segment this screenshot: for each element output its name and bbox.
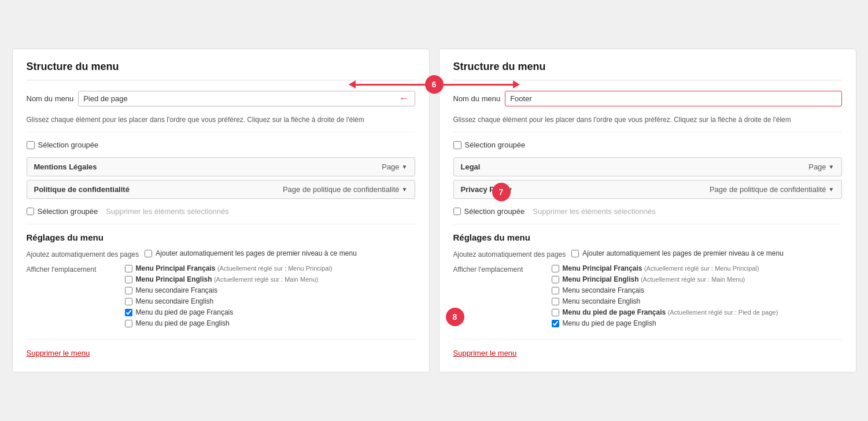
right-menu-item-1-arrow[interactable]: ▼ bbox=[829, 186, 834, 193]
left-loc-1-cb[interactable] bbox=[125, 276, 132, 283]
left-locations-row: Afficher l'emplacement Menu Principal Fr… bbox=[27, 264, 415, 327]
left-supprimer-footer: Supprimer le menu bbox=[27, 339, 415, 358]
right-selection-groupee-bottom-checkbox[interactable] bbox=[453, 208, 461, 215]
left-auto-pages-label: Ajoutez automatiquement des pages bbox=[27, 249, 139, 258]
right-menu-items: Legal Page ▼ Privacy Policy Page de poli… bbox=[453, 157, 842, 199]
left-loc-3-text: Menu secondaire English bbox=[136, 297, 214, 305]
right-menu-item-1-type: Page de politique de confidentialité ▼ bbox=[710, 185, 834, 194]
left-loc-5-text: Menu du pied de page English bbox=[136, 319, 230, 327]
right-menu-item-1: Privacy Policy Page de politique de conf… bbox=[453, 180, 842, 199]
left-loc-5-cb[interactable] bbox=[125, 320, 132, 327]
left-menu-item-0-type: Page ▼ bbox=[382, 163, 407, 171]
left-menu-item-1: Politique de confidentialité Page de pol… bbox=[27, 180, 415, 199]
right-loc-2: Menu secondaire Français bbox=[552, 286, 778, 294]
right-loc-3-text: Menu secondaire English bbox=[563, 297, 641, 305]
left-menu-items: Mentions Légales Page ▼ Politique de con… bbox=[27, 157, 415, 199]
left-loc-0-text: Menu Principal Français (Actuellement ré… bbox=[136, 264, 333, 272]
left-selection-groupee-bottom-label: Sélection groupée bbox=[38, 207, 98, 216]
right-nom-row: Nom du menu bbox=[453, 91, 842, 106]
right-locations-content: Menu Principal Français (Actuellement ré… bbox=[552, 264, 778, 327]
left-panel: Structure du menu Nom du menu ← Glissez … bbox=[12, 49, 430, 372]
left-loc-4-text: Menu du pied de page Français bbox=[136, 308, 234, 316]
right-loc-0: Menu Principal Français (Actuellement ré… bbox=[552, 264, 778, 272]
left-loc-1-text: Menu Principal English (Actuellement rég… bbox=[136, 275, 319, 283]
right-loc-4-cb[interactable] bbox=[552, 309, 559, 316]
right-menu-item-0-type: Page ▼ bbox=[808, 163, 834, 171]
right-auto-pages-content: Ajouter automatiquement les pages de pre… bbox=[571, 249, 784, 257]
left-menu-item-1-type: Page de politique de confidentialité ▼ bbox=[283, 185, 408, 194]
right-loc-3: Menu secondaire English bbox=[552, 297, 778, 305]
left-loc-4-cb[interactable] bbox=[125, 309, 132, 316]
left-menu-item-1-arrow[interactable]: ▼ bbox=[402, 186, 408, 193]
left-description: Glissez chaque élément pour les placer d… bbox=[27, 115, 415, 132]
left-loc-2-cb[interactable] bbox=[125, 287, 132, 294]
right-menu-item-1-name: Privacy Policy bbox=[461, 185, 512, 194]
left-loc-0-cb[interactable] bbox=[125, 265, 132, 272]
left-loc-4: Menu du pied de page Français bbox=[125, 308, 333, 316]
left-nom-label: Nom du menu bbox=[27, 94, 74, 103]
left-panel-title: Structure du menu bbox=[27, 61, 415, 80]
left-selection-groupee-top: Sélection groupée bbox=[27, 141, 415, 149]
right-nom-input[interactable] bbox=[505, 91, 841, 106]
right-loc-3-cb[interactable] bbox=[552, 298, 559, 305]
left-afficher-label: Afficher l'emplacement bbox=[27, 264, 119, 274]
right-selection-groupee-top-checkbox[interactable] bbox=[453, 141, 461, 149]
left-auto-pages-text: Ajouter automatiquement les pages de pre… bbox=[156, 249, 357, 257]
left-auto-pages-checkbox[interactable] bbox=[145, 250, 152, 257]
left-selection-groupee-top-checkbox[interactable] bbox=[27, 141, 35, 149]
right-loc-4-text: Menu du pied de page Français (Actuellem… bbox=[563, 308, 778, 316]
left-nom-row: Nom du menu ← bbox=[27, 91, 415, 106]
right-loc-0-cb[interactable] bbox=[552, 265, 559, 272]
right-panel: Structure du menu Nom du menu Glissez ch… bbox=[439, 49, 856, 372]
left-menu-item-0-arrow[interactable]: ▼ bbox=[402, 164, 408, 170]
right-auto-pages-row: Ajoutez automatiquement des pages Ajoute… bbox=[453, 249, 842, 258]
left-auto-pages-content: Ajouter automatiquement les pages de pre… bbox=[145, 249, 357, 257]
right-locations-row: Afficher l'emplacement Menu Principal Fr… bbox=[453, 264, 842, 327]
left-loc-3-cb[interactable] bbox=[125, 298, 132, 305]
right-loc-5: Menu du pied de page English bbox=[552, 319, 778, 327]
left-auto-pages-row: Ajoutez automatiquement des pages Ajoute… bbox=[27, 249, 415, 258]
right-auto-pages-checkbox-row: Ajouter automatiquement les pages de pre… bbox=[571, 249, 784, 257]
right-loc-0-text: Menu Principal Français (Actuellement ré… bbox=[563, 264, 759, 272]
left-loc-2-text: Menu secondaire Français bbox=[136, 286, 217, 294]
right-auto-pages-label: Ajoutez automatiquement des pages bbox=[453, 249, 566, 258]
right-loc-1-text: Menu Principal English (Actuellement rég… bbox=[563, 275, 745, 283]
left-menu-item-0: Mentions Légales Page ▼ bbox=[27, 157, 415, 176]
main-container: Structure du menu Nom du menu ← Glissez … bbox=[12, 49, 856, 372]
right-nom-label: Nom du menu bbox=[453, 94, 501, 103]
left-bottom-selection-row: Sélection groupée Supprimer les éléments… bbox=[27, 207, 415, 216]
right-loc-2-cb[interactable] bbox=[552, 287, 559, 294]
right-selection-groupee-top: Sélection groupée bbox=[453, 141, 842, 149]
left-supprimer-selected[interactable]: Supprimer les éléments sélectionnés bbox=[106, 207, 228, 216]
right-auto-pages-checkbox[interactable] bbox=[571, 250, 579, 257]
left-arrow-icon: ← bbox=[399, 93, 409, 105]
right-auto-pages-text: Ajouter automatiquement les pages de pre… bbox=[582, 249, 784, 257]
right-panel-title: Structure du menu bbox=[453, 61, 842, 80]
right-loc-5-text: Menu du pied de page English bbox=[563, 319, 656, 327]
right-loc-1: Menu Principal English (Actuellement rég… bbox=[552, 275, 778, 283]
right-selection-groupee-top-label: Sélection groupée bbox=[465, 141, 526, 149]
left-supprimer-menu-link[interactable]: Supprimer le menu bbox=[27, 349, 90, 357]
right-menu-item-0-arrow[interactable]: ▼ bbox=[829, 164, 834, 170]
left-reglages-title: Réglages du menu bbox=[27, 232, 415, 242]
right-reglages-title: Réglages du menu bbox=[453, 232, 842, 242]
right-loc-1-cb[interactable] bbox=[552, 276, 559, 283]
right-afficher-label: Afficher l'emplacement bbox=[453, 264, 546, 274]
right-loc-5-cb[interactable] bbox=[552, 320, 559, 327]
left-nom-input[interactable] bbox=[78, 91, 415, 106]
left-loc-5: Menu du pied de page English bbox=[125, 319, 333, 327]
right-bottom-selection-row: Sélection groupée Supprimer les éléments… bbox=[453, 207, 842, 216]
left-divider bbox=[27, 224, 415, 224]
right-loc-2-text: Menu secondaire Français bbox=[563, 286, 644, 294]
left-loc-3: Menu secondaire English bbox=[125, 297, 333, 305]
right-loc-4: Menu du pied de page Français (Actuellem… bbox=[552, 308, 778, 316]
left-loc-0: Menu Principal Français (Actuellement ré… bbox=[125, 264, 333, 272]
left-loc-1: Menu Principal English (Actuellement rég… bbox=[125, 275, 333, 283]
right-menu-item-0-name: Legal bbox=[461, 163, 481, 171]
right-supprimer-menu-link[interactable]: Supprimer le menu bbox=[453, 349, 517, 357]
right-supprimer-selected[interactable]: Supprimer les éléments sélectionnés bbox=[533, 207, 655, 216]
left-locations-content: Menu Principal Français (Actuellement ré… bbox=[125, 264, 333, 327]
left-auto-pages-checkbox-row: Ajouter automatiquement les pages de pre… bbox=[145, 249, 357, 257]
left-selection-groupee-top-label: Sélection groupée bbox=[38, 141, 99, 149]
left-selection-groupee-bottom-checkbox[interactable] bbox=[27, 208, 34, 215]
